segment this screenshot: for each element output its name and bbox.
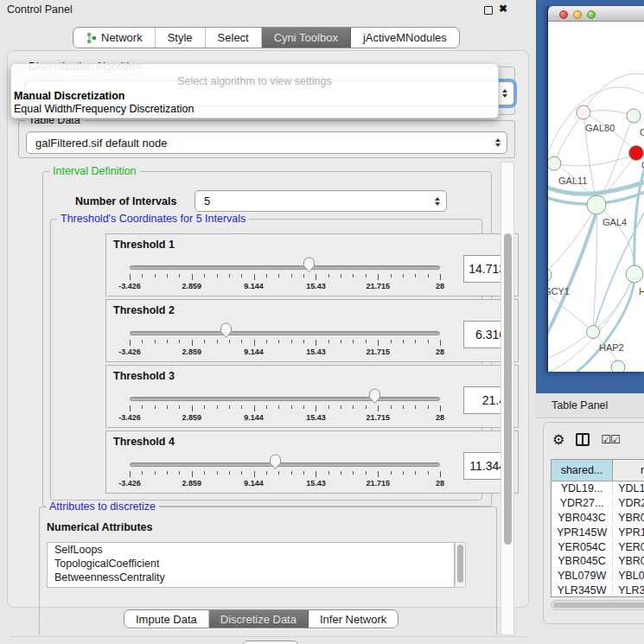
slider-tick bbox=[241, 471, 242, 475]
node-top-right[interactable] bbox=[627, 109, 641, 123]
table-row[interactable]: YER054CYER0 bbox=[552, 539, 644, 554]
tab-impute-data[interactable]: Impute Data bbox=[124, 610, 209, 628]
content-scrollbar[interactable] bbox=[501, 162, 514, 635]
zoom-traffic-light-icon[interactable] bbox=[587, 10, 596, 19]
attribute-item[interactable]: TopologicalCoefficient bbox=[48, 557, 454, 571]
checkbox-select-icons[interactable]: ☑☑ bbox=[601, 433, 619, 446]
attribute-item[interactable]: SelfLoops bbox=[48, 543, 454, 557]
slider-track[interactable] bbox=[130, 265, 440, 270]
tab-discretize-data[interactable]: Discretize Data bbox=[209, 610, 309, 628]
slider-tick bbox=[204, 471, 205, 475]
node-red-selected[interactable] bbox=[629, 146, 644, 161]
slider-tick bbox=[167, 340, 168, 343]
node-gal4[interactable] bbox=[587, 195, 606, 214]
content-scrollbar-thumb[interactable] bbox=[504, 233, 512, 545]
slider-tick-label: 28 bbox=[436, 348, 444, 356]
slider-thumb[interactable] bbox=[303, 257, 316, 276]
slider-tick bbox=[217, 274, 218, 277]
tab-label: Style bbox=[168, 31, 193, 44]
slider-tick bbox=[291, 340, 292, 343]
tab-style[interactable]: Style bbox=[156, 28, 206, 48]
close-icon[interactable]: ✖ bbox=[499, 3, 507, 15]
tab-jactivemnodules[interactable]: jActiveMNodules bbox=[351, 28, 459, 48]
node-right[interactable] bbox=[626, 265, 643, 283]
table-row[interactable]: YBR045CYBR0 bbox=[552, 554, 644, 569]
network-canvas[interactable]: GAL80GCGAL11GAL4GCY1HHAP2 bbox=[548, 22, 644, 372]
thresholds-container: Threshold 1-3.4262.8599.14415.4321.71528… bbox=[51, 220, 483, 501]
table-cell: YBR043C bbox=[552, 512, 613, 524]
table-cell: YBL0 bbox=[613, 570, 644, 582]
number-of-intervals-value: 5 bbox=[204, 194, 210, 207]
dropdown-item-1[interactable]: Manual Discretization bbox=[14, 90, 125, 102]
apply-button[interactable]: Apply bbox=[243, 641, 298, 644]
slider-tick-label: 9.144 bbox=[244, 479, 264, 488]
threshold-label: Threshold 3 bbox=[113, 370, 175, 382]
slider-tick bbox=[428, 405, 429, 409]
threshold-label: Threshold 1 bbox=[113, 239, 175, 251]
tab-cyni-toolbox[interactable]: Cyni Toolbox bbox=[262, 28, 351, 48]
network-edge-highlighted bbox=[548, 207, 598, 341]
attribute-item[interactable]: BetweennessCentrality bbox=[48, 571, 454, 584]
slider-thumb[interactable] bbox=[220, 322, 233, 341]
slider-thumb[interactable] bbox=[269, 454, 282, 473]
network-window-titlebar[interactable] bbox=[548, 6, 644, 22]
slider-tick bbox=[316, 405, 316, 411]
attributes-scrollbar-thumb[interactable] bbox=[457, 545, 463, 583]
node-table[interactable]: shared...n YDL19...YDL1YDR27...YDR2YBR04… bbox=[551, 459, 644, 597]
column-header-2[interactable]: n bbox=[613, 460, 644, 481]
table-row[interactable]: YLR345WYLR3 bbox=[552, 583, 644, 597]
slider-tick bbox=[316, 274, 316, 280]
slider-track[interactable] bbox=[130, 331, 440, 335]
node-label-gcy1: GCY1 bbox=[548, 286, 570, 296]
gear-icon[interactable]: ⚙ bbox=[552, 431, 564, 448]
table-row[interactable]: YBR043CYBR0 bbox=[552, 511, 644, 526]
slider-tick bbox=[403, 405, 404, 409]
node-gal11[interactable] bbox=[548, 156, 561, 170]
node-label-h: H bbox=[639, 286, 644, 296]
attributes-list-scrollbar[interactable] bbox=[455, 542, 466, 588]
node-gcy1[interactable] bbox=[548, 268, 552, 282]
tab-select[interactable]: Select bbox=[206, 28, 262, 48]
tab-infer-network[interactable]: Infer Network bbox=[309, 610, 398, 628]
table-panel-toolbar: ⚙ ☑☑ bbox=[552, 428, 644, 450]
slider-tick-label: 15.43 bbox=[306, 282, 326, 290]
table-scrollbar-thumb[interactable] bbox=[553, 603, 644, 608]
table-data-combobox[interactable]: galFiltered.sif default node bbox=[26, 131, 507, 154]
number-of-intervals-combobox[interactable]: 5 bbox=[194, 190, 447, 212]
table-row[interactable]: YBL079WYBL0 bbox=[552, 569, 644, 583]
close-traffic-light-icon[interactable] bbox=[559, 10, 568, 19]
table-row[interactable]: YPR145WYPR1 bbox=[552, 525, 644, 539]
table-horizontal-scrollbar[interactable] bbox=[551, 600, 644, 610]
slider-tick bbox=[278, 340, 279, 343]
numerical-attributes-list[interactable]: SelfLoopsTopologicalCoefficientBetweenne… bbox=[47, 542, 455, 588]
tab-network[interactable]: Network bbox=[73, 28, 156, 48]
slider-tick bbox=[130, 471, 131, 477]
slider-tick-label: 9.144 bbox=[244, 282, 264, 290]
float-window-icon[interactable] bbox=[484, 6, 493, 15]
slider-tick bbox=[155, 274, 156, 277]
slider-tick-label: -3.426 bbox=[118, 413, 141, 422]
slider-tick bbox=[341, 471, 341, 475]
dropdown-item-2[interactable]: Equal Width/Frequency Discretization bbox=[14, 103, 194, 115]
table-row[interactable]: YDR27...YDR2 bbox=[552, 496, 644, 511]
node-label-g: G bbox=[640, 127, 644, 137]
node-label-gal4: GAL4 bbox=[603, 217, 627, 227]
slider-tick bbox=[266, 405, 267, 409]
network-edge bbox=[548, 332, 591, 360]
node-hap2[interactable] bbox=[587, 326, 600, 339]
split-columns-icon[interactable] bbox=[576, 433, 590, 446]
slider-tick bbox=[415, 340, 416, 343]
slider-track[interactable] bbox=[130, 397, 440, 401]
slider-tick bbox=[229, 274, 230, 277]
slider-tick-label: -3.426 bbox=[118, 282, 141, 290]
node-bottom[interactable] bbox=[611, 360, 625, 372]
slider-tick bbox=[378, 471, 379, 477]
slider-thumb[interactable] bbox=[368, 388, 381, 407]
column-header-1[interactable]: shared... bbox=[552, 460, 613, 481]
slider-track[interactable] bbox=[130, 462, 440, 467]
node-gal80[interactable] bbox=[577, 105, 590, 119]
minimize-traffic-light-icon[interactable] bbox=[573, 10, 582, 19]
table-row[interactable]: YDL19...YDL1 bbox=[552, 481, 644, 496]
slider-tick bbox=[192, 471, 193, 477]
slider-tick-label: 2.859 bbox=[182, 413, 202, 422]
